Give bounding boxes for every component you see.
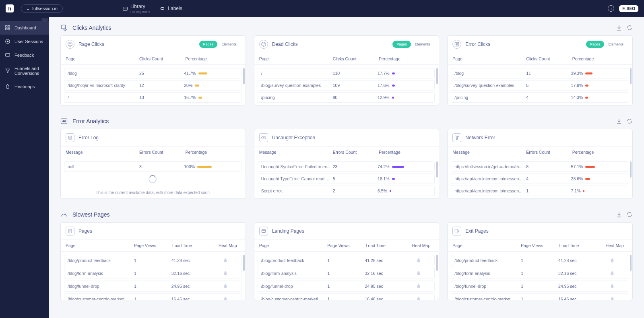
row-heatmap[interactable] bbox=[600, 258, 625, 263]
row-heatmap[interactable] bbox=[406, 296, 431, 300]
table-row[interactable]: https://fullsession.io/get-a-demo/th... … bbox=[451, 161, 628, 172]
svg-point-20 bbox=[263, 137, 264, 138]
table-row[interactable]: /blog/funnel-drop 1 24.95 sec bbox=[64, 281, 242, 292]
table-row[interactable]: https://api-iam.intercom.io/messen... 1 … bbox=[451, 186, 628, 196]
toggle-pages[interactable]: Pages bbox=[199, 41, 218, 48]
row-percentage: 28.6% bbox=[571, 176, 625, 181]
fire-icon bbox=[609, 296, 615, 300]
row-page: /blog/product-feedback bbox=[68, 258, 134, 263]
table-row[interactable]: /blog/survey-question-examples 109 17.6% bbox=[258, 80, 435, 91]
sidebar-item-feedback[interactable]: Feedback bbox=[0, 48, 49, 62]
table-body: /blog 11 39.3% /blog/survey-question-exa… bbox=[448, 65, 632, 105]
errors-cards-row: Error Log Message Errors Count Percentag… bbox=[60, 129, 633, 199]
row-heatmap[interactable] bbox=[213, 296, 238, 300]
row-heatmap[interactable] bbox=[213, 283, 238, 289]
table-row[interactable]: /pricing 80 12.9% bbox=[258, 92, 435, 103]
svg-point-12 bbox=[70, 43, 71, 44]
col-header: Percentage bbox=[379, 56, 434, 61]
toggle-elements[interactable]: Elements bbox=[411, 41, 434, 48]
col-header: Message bbox=[66, 150, 139, 155]
row-heatmap[interactable] bbox=[600, 283, 625, 289]
toggle-pages[interactable]: Pages bbox=[392, 41, 411, 48]
table-row[interactable]: https://api-iam.intercom.io/messen... 4 … bbox=[451, 173, 628, 184]
download-icon[interactable] bbox=[616, 211, 622, 218]
row-heatmap[interactable] bbox=[213, 271, 238, 276]
nav-labels[interactable]: Labels bbox=[160, 4, 182, 14]
info-icon[interactable]: i bbox=[608, 5, 614, 12]
col-header: Load Time bbox=[559, 243, 602, 248]
table-row[interactable]: /blog 25 41.7% bbox=[64, 68, 242, 78]
speed-icon bbox=[60, 211, 68, 218]
table-row[interactable]: /blog 11 39.3% bbox=[451, 68, 628, 78]
table-row[interactable]: /blog/product-feedback 1 41.28 sec bbox=[451, 255, 628, 266]
table-row[interactable]: /blog/hotjar-vs-microsoft-clarity 12 20% bbox=[64, 80, 242, 91]
card-header: Exit Pages bbox=[448, 223, 632, 240]
scrollbar[interactable] bbox=[436, 255, 438, 271]
row-heatmap[interactable] bbox=[406, 283, 431, 289]
table-row[interactable]: /pricing 4 14.3% bbox=[451, 92, 628, 103]
row-percentage: 14.3% bbox=[571, 95, 625, 100]
table-row[interactable]: /blog/product-feedback 1 41.28 sec bbox=[258, 255, 435, 266]
table-row[interactable]: Script error. 2 6.5% bbox=[258, 186, 435, 196]
download-icon[interactable] bbox=[616, 25, 622, 31]
table-row[interactable]: /blog/survey-question-examples 5 17.9% bbox=[451, 80, 628, 91]
table-row[interactable]: /blog/form-analysis 1 32.16 sec bbox=[258, 268, 435, 279]
sidebar-item-sessions[interactable]: User Sessions bbox=[0, 35, 49, 48]
row-page: / bbox=[68, 95, 139, 100]
row-views: 1 bbox=[328, 258, 365, 263]
table-row[interactable]: Uncaught SyntaxError: Failed to ex... 23… bbox=[258, 161, 435, 172]
refresh-icon[interactable] bbox=[626, 118, 633, 124]
sidebar-item-funnels[interactable]: Funnels and Conversions bbox=[0, 62, 49, 80]
row-page: /blog/customer-centric-marketi... bbox=[261, 297, 328, 300]
row-heatmap[interactable] bbox=[600, 296, 625, 300]
table-row[interactable]: /blog/funnel-drop 1 24.95 sec bbox=[451, 281, 628, 292]
row-heatmap[interactable] bbox=[213, 258, 238, 263]
table-row[interactable]: null 3 100% bbox=[64, 161, 242, 172]
table-row[interactable]: /blog/form-analysis 1 32.16 sec bbox=[64, 268, 242, 279]
table-body: /blog/product-feedback 1 41.28 sec /blog… bbox=[254, 252, 439, 300]
table-header: Page Page Views Load Time Heat Map bbox=[61, 240, 246, 252]
table-row[interactable]: /blog/product-feedback 1 41.28 sec bbox=[64, 255, 242, 266]
table-row[interactable]: / 110 17.7% bbox=[258, 68, 435, 78]
toggle-elements[interactable]: Elements bbox=[217, 41, 241, 48]
card-icon bbox=[66, 40, 74, 49]
scrollbar[interactable] bbox=[436, 161, 438, 178]
download-icon[interactable] bbox=[616, 118, 622, 124]
row-heatmap[interactable] bbox=[406, 271, 431, 276]
table-row[interactable]: /blog/form-analysis 1 32.16 sec bbox=[451, 268, 628, 279]
table-header: Message Errors Count Percentage bbox=[254, 146, 439, 158]
table-row[interactable]: /blog/customer-centric-marketi... 1 16.4… bbox=[258, 293, 435, 300]
fire-icon bbox=[223, 296, 228, 300]
scrollbar[interactable] bbox=[243, 68, 245, 84]
site-selector[interactable]: ⌄ fullsession.io bbox=[21, 4, 63, 13]
sidebar-item-dashboard[interactable]: Dashboard bbox=[0, 21, 49, 35]
sidebar-item-heatmaps[interactable]: Heatmaps bbox=[0, 80, 49, 93]
scrollbar[interactable] bbox=[243, 255, 245, 271]
row-load-time: 16.46 sec bbox=[171, 297, 213, 300]
col-header: Page bbox=[259, 243, 328, 248]
col-header: Page Views bbox=[134, 243, 172, 248]
table-row[interactable]: Uncaught TypeError: Cannot read ... 5 16… bbox=[258, 173, 435, 184]
row-heatmap[interactable] bbox=[600, 271, 625, 276]
table-row[interactable]: /blog/customer-centric-marketi... 1 16.4… bbox=[64, 293, 242, 300]
refresh-icon[interactable] bbox=[626, 211, 633, 218]
collapse-sidebar-button[interactable]: « bbox=[41, 18, 48, 23]
scrollbar[interactable] bbox=[436, 68, 438, 84]
toggle-pages[interactable]: Pages bbox=[586, 41, 605, 48]
toggle-elements[interactable]: Elements bbox=[604, 41, 627, 48]
scrollbar[interactable] bbox=[630, 68, 632, 84]
col-header: Percentage bbox=[572, 56, 627, 61]
table-row[interactable]: /blog/customer-centric-marketi... 1 16.4… bbox=[451, 293, 628, 300]
user-menu[interactable]: F. SEO bbox=[619, 5, 638, 12]
row-heatmap[interactable] bbox=[406, 258, 431, 263]
svg-rect-1 bbox=[161, 8, 164, 10]
table-row[interactable]: / 10 16.7% bbox=[64, 92, 242, 103]
nav-library[interactable]: Library For beginners bbox=[122, 4, 150, 14]
row-page: Uncaught SyntaxError: Failed to ex... bbox=[261, 164, 333, 169]
logo[interactable]: fi bbox=[6, 4, 14, 12]
scrollbar[interactable] bbox=[630, 255, 632, 271]
scrollbar[interactable] bbox=[630, 161, 632, 178]
table-row[interactable]: /blog/funnel-drop 1 24.95 sec bbox=[258, 281, 435, 292]
refresh-icon[interactable] bbox=[626, 25, 633, 31]
row-views: 1 bbox=[521, 284, 558, 289]
